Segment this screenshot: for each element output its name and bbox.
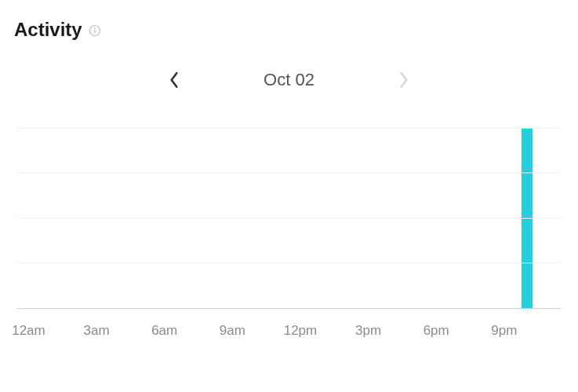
chart-bar-slot (425, 129, 448, 308)
svg-point-1 (94, 27, 96, 29)
chart-bar-slot (63, 129, 85, 308)
current-date-label: Oct 02 (264, 70, 314, 90)
chart-bar-slot (40, 129, 63, 308)
activity-chart: 12am3am6am9am12pm3pm6pm9pm (17, 129, 561, 342)
chart-bar-slot (17, 129, 40, 308)
date-navigation: Oct 02 (14, 69, 564, 91)
info-icon[interactable] (89, 24, 101, 37)
chart-bar-slot (198, 129, 221, 308)
x-axis-tick-label: 9pm (491, 323, 517, 339)
activity-header: Activity (14, 19, 564, 41)
chart-bar-slot (493, 129, 515, 308)
chart-gridline (17, 263, 561, 263)
chart-bar-slot (538, 129, 561, 308)
x-axis-tick-label: 9am (220, 323, 245, 339)
x-axis-tick-label: 3am (84, 323, 110, 339)
chart-gridline (17, 128, 561, 129)
chart-bar-slot (108, 129, 131, 308)
chart-bar-slot (221, 129, 244, 308)
chart-bar-slot (334, 129, 357, 308)
chart-bar-slot (311, 129, 334, 308)
chart-bar-slot (153, 129, 176, 308)
page-title: Activity (14, 19, 82, 41)
svg-rect-2 (94, 30, 95, 34)
x-axis-tick-label: 3pm (355, 323, 381, 339)
chart-gridline (17, 172, 561, 173)
chart-x-axis: 12am3am6am9am12pm3pm6pm9pm (17, 323, 561, 342)
chart-bar-slot (267, 129, 289, 308)
chart-plot-area (17, 129, 561, 309)
x-axis-tick-label: 6pm (424, 323, 449, 339)
chart-bar-slot (357, 129, 380, 308)
chart-bar-slot (448, 129, 471, 308)
chart-bar-slot (515, 129, 538, 308)
chart-gridline (17, 218, 561, 219)
chart-bar-slot (176, 129, 198, 308)
chart-bar-slot (380, 129, 402, 308)
prev-day-button[interactable] (163, 69, 185, 91)
chart-bar (522, 129, 533, 308)
chart-bar-slot (471, 129, 493, 308)
chart-bar-slot (244, 129, 267, 308)
chart-bar-slot (130, 129, 153, 308)
chart-bars-container (17, 129, 561, 308)
next-day-button (393, 69, 415, 91)
x-axis-tick-label: 6am (151, 323, 177, 339)
x-axis-tick-label: 12am (12, 323, 45, 339)
chart-bar-slot (402, 129, 425, 308)
chart-bar-slot (85, 129, 108, 308)
x-axis-tick-label: 12pm (284, 323, 318, 339)
chart-bar-slot (289, 129, 312, 308)
